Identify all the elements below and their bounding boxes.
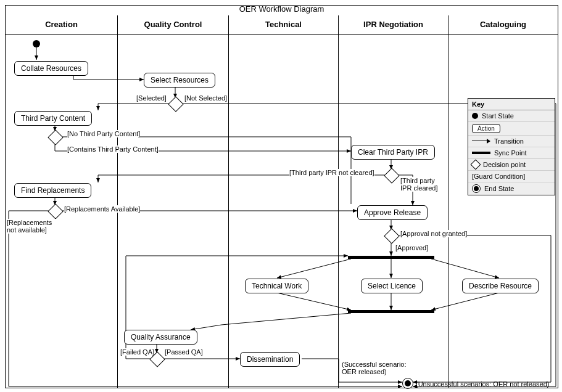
legend-row: End State: [468, 182, 555, 195]
start-state: [33, 40, 40, 47]
legend: Key Start State Action Transition Sync P…: [468, 98, 555, 195]
guard-no-tpc: [No Third Party Content]: [67, 130, 140, 137]
guard-approval-not-granted: [Approval not granted]: [400, 230, 467, 237]
action-select-licence: Select Licence: [361, 279, 423, 293]
action-icon: Action: [472, 124, 500, 133]
sync-join: [348, 310, 434, 313]
guard-approved: [Approved]: [395, 244, 428, 251]
guard-repl-avail: [Replacements Available]: [64, 205, 140, 213]
action-find-replacements: Find Replacements: [14, 183, 91, 198]
note-unsuccessful: (Unsuccessful scenarios: OER not release…: [416, 380, 549, 388]
end-state: [402, 378, 413, 389]
guard-ipr-cleared: [Third party IPR cleared]: [400, 177, 444, 192]
action-describe-resource: Describe Resource: [462, 279, 539, 293]
lane-header: Creation: [6, 15, 117, 35]
action-select-resources: Select Resources: [144, 73, 215, 88]
start-state-icon: [472, 113, 478, 119]
legend-row: Start State: [468, 110, 555, 122]
workflow-diagram: OER Workflow Diagram Creation Quality Co…: [5, 5, 558, 388]
action-collate-resources: Collate Resources: [14, 61, 88, 76]
legend-title: Key: [468, 99, 555, 110]
legend-label: Start State: [482, 112, 514, 120]
legend-row: [Guard Condition]: [468, 171, 555, 182]
lane-header: Quality Control: [118, 15, 228, 35]
legend-label: Decision point: [483, 161, 526, 168]
action-approve-release: Approve Release: [357, 205, 428, 220]
legend-label: Transition: [494, 137, 524, 145]
guard-failed-qa: [Failed QA]: [120, 348, 154, 356]
legend-row: Action: [468, 122, 555, 136]
legend-label: End State: [484, 185, 514, 192]
action-technical-work: Technical Work: [245, 279, 308, 293]
diagram-title: OER Workflow Diagram: [6, 4, 558, 14]
lane-header: Cataloguing: [448, 15, 558, 35]
note-success: (Successful scenario: OER released): [342, 361, 422, 375]
guard-not-selected: [Not Selected]: [184, 94, 227, 102]
action-clear-third-party-ipr: Clear Third Party IPR: [351, 145, 435, 160]
lane-header: IPR Negotiation: [339, 15, 448, 35]
legend-row: Decision point: [468, 159, 555, 171]
arrow-icon: [472, 138, 490, 144]
guard-repl-not-avail: [Replacements not available]: [7, 219, 56, 234]
legend-label: [Guard Condition]: [472, 173, 525, 180]
lane-header: Technical: [229, 15, 338, 35]
sync-fork: [348, 256, 434, 259]
legend-row: Sync Point: [468, 147, 555, 159]
decision-icon: [471, 160, 481, 170]
guard-contains-tpc: [Contains Third Party Content]: [67, 145, 159, 153]
guard-selected: [Selected]: [136, 94, 167, 102]
legend-row: Transition: [468, 136, 555, 147]
action-dissemination: Dissemination: [240, 352, 300, 367]
guard-passed-qa: [Passed QA]: [165, 348, 203, 356]
diagram-canvas: Collate Resources Select Resources Third…: [6, 34, 558, 388]
action-third-party-content: Third Party Content: [14, 111, 92, 126]
legend-label: Sync Point: [494, 149, 527, 157]
end-state-icon: [472, 184, 481, 193]
guard-ipr-not-cleared: [Third party IPR not cleared]: [289, 169, 374, 176]
sync-icon: [472, 152, 490, 154]
action-quality-assurance: Quality Assurance: [124, 330, 197, 345]
